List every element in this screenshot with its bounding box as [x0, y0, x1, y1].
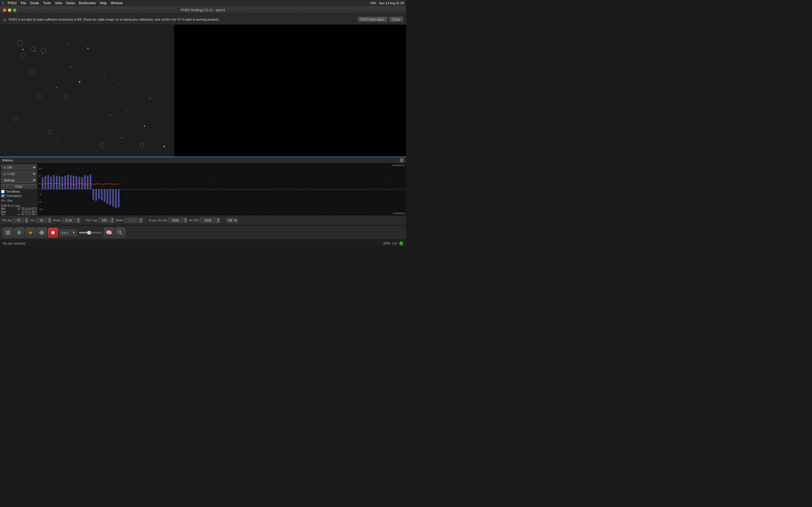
crosshair-tool-button[interactable]	[37, 228, 47, 238]
menu-darks[interactable]: Darks	[66, 1, 75, 5]
exposure-value: 3.0 s	[59, 229, 70, 236]
dec-agr-stepper[interactable]: ▲ ▼	[110, 218, 114, 223]
minimize-button[interactable]	[8, 8, 11, 12]
star	[22, 49, 24, 50]
dec-mnmo-input[interactable]	[124, 218, 139, 223]
menu-bookmarks[interactable]: Bookmarks	[79, 1, 96, 5]
dec-agr-up[interactable]: ▲	[110, 218, 114, 220]
star-field	[0, 25, 174, 157]
svg-line-55	[121, 233, 122, 235]
settings-select[interactable]: Settings	[1, 177, 37, 183]
history-header: History ✕	[0, 157, 406, 163]
x-select[interactable]: x: 100	[1, 165, 37, 170]
menu-phd2[interactable]: PHD2	[8, 1, 17, 5]
history-body: x: 100 y: +/-16" Settings Clear Trendlin…	[0, 163, 406, 215]
brain-icon: 🧠	[106, 230, 112, 236]
ra-agr-stepper[interactable]: ▲ ▼	[25, 218, 28, 223]
menu-clock: Sun 14 Aug 01 28	[379, 1, 404, 5]
settings-tool-button[interactable]	[14, 228, 24, 238]
hys-down[interactable]: ▼	[48, 220, 51, 223]
mx-ra-down[interactable]: ▼	[184, 220, 187, 223]
star	[104, 74, 105, 75]
star	[45, 107, 46, 107]
ra-agr-label: RA: Agr	[2, 219, 12, 222]
exposure-dropdown[interactable]: ▾	[71, 229, 77, 236]
bpm-label: BPM	[384, 242, 390, 245]
brain-button[interactable]: 🧠	[104, 228, 114, 238]
corrections-checkbox[interactable]	[1, 194, 4, 198]
title-bar: PHD2 Guiding 2.6.11 - astro1	[0, 6, 406, 14]
star	[110, 134, 110, 135]
close-alert-button[interactable]: Close	[389, 17, 403, 22]
star	[127, 111, 128, 111]
svg-text:-4": -4"	[39, 193, 42, 196]
star-tool-button[interactable]: ★	[26, 228, 36, 238]
mnmo-input[interactable]	[62, 218, 76, 223]
mnmo-stepper[interactable]: ▲ ▼	[77, 218, 80, 223]
stop-button[interactable]	[48, 228, 58, 238]
menu-file[interactable]: File	[20, 1, 26, 5]
mx-dec-stepper[interactable]: ▲ ▼	[216, 218, 220, 223]
star	[96, 150, 96, 151]
mx-dec-input[interactable]	[200, 218, 216, 223]
dec-agr-input[interactable]	[98, 218, 110, 223]
mnmo-up[interactable]: ▲	[77, 218, 80, 220]
hys-up[interactable]: ▲	[48, 218, 51, 220]
mnmo-down[interactable]: ▼	[77, 220, 80, 223]
menu-view[interactable]: View	[55, 1, 62, 5]
close-button[interactable]	[3, 8, 6, 12]
dec-label: Dec	[7, 199, 13, 202]
exposure-slider-thumb[interactable]	[87, 231, 91, 235]
circle-marker	[21, 53, 26, 57]
mx-ra-up[interactable]: ▲	[184, 218, 187, 220]
dec-agr-down[interactable]: ▼	[110, 220, 114, 223]
settings-row: Settings	[1, 177, 37, 183]
circle-marker	[13, 116, 18, 121]
apple-menu[interactable]: 	[2, 1, 4, 5]
search-icon	[117, 230, 123, 235]
history-title: History	[2, 159, 13, 162]
star	[87, 91, 88, 92]
mx-dec-down[interactable]: ▼	[216, 220, 220, 223]
menu-help[interactable]: Help	[100, 1, 107, 5]
menu-guide[interactable]: Guide	[30, 1, 39, 5]
search-button[interactable]	[115, 228, 125, 238]
sep1	[83, 217, 83, 223]
ra-agr-input[interactable]	[13, 218, 24, 223]
camera-left[interactable]	[0, 25, 174, 157]
status-bar: No star selected BPM Cal	[0, 239, 406, 247]
star	[79, 81, 80, 82]
settings-bar: RA: Agr ▲ ▼ Hys ▲ ▼ MnMo ▲ ▼ DEC: Agr ▲ …	[0, 215, 406, 225]
menu-window[interactable]: Window	[110, 1, 123, 5]
circle-marker	[48, 130, 52, 135]
ra-agr-down[interactable]: ▼	[25, 220, 28, 223]
ra-agr-up[interactable]: ▲	[25, 218, 28, 220]
star	[40, 129, 40, 129]
hys-stepper[interactable]: ▲ ▼	[48, 218, 51, 223]
dont-show-button[interactable]: Don't show again	[357, 17, 388, 22]
dec-mnmo-stepper[interactable]: ▲ ▼	[139, 218, 143, 223]
history-graph-svg: 12" 8" 4" -4" -8" -12"	[38, 163, 406, 215]
history-graph: GuideNorth GuideEast	[38, 163, 406, 215]
mx-ra-input[interactable]	[167, 218, 183, 223]
mx-dec-up[interactable]: ▲	[216, 218, 220, 220]
svg-text:-12": -12"	[39, 208, 43, 211]
menu-tools[interactable]: Tools	[43, 1, 51, 5]
off-select[interactable]: Off On	[226, 218, 238, 223]
exposure-slider[interactable]	[79, 232, 101, 233]
mx-ra-stepper[interactable]: ▲ ▼	[184, 218, 187, 223]
dec-mnmo-up[interactable]: ▲	[139, 218, 143, 220]
maximize-button[interactable]	[13, 8, 16, 12]
status-right: BPM Cal	[384, 241, 403, 245]
ra-rms-label: RA	[1, 207, 5, 210]
trendlines-checkbox[interactable]	[1, 190, 4, 193]
history-close-button[interactable]: ✕	[400, 158, 404, 162]
window-title: PHD2 Guiding 2.6.11 - astro1	[181, 8, 225, 12]
dec-mnmo-down[interactable]: ▼	[139, 220, 143, 223]
y-select[interactable]: y: +/-16"	[1, 171, 37, 177]
clear-button[interactable]: Clear	[1, 184, 37, 189]
menu-bar:  PHD2 File Guide Tools View Darks Bookm…	[0, 0, 406, 6]
loop-tool-button[interactable]	[3, 228, 13, 238]
hys-input[interactable]	[36, 218, 47, 223]
star	[56, 87, 57, 88]
